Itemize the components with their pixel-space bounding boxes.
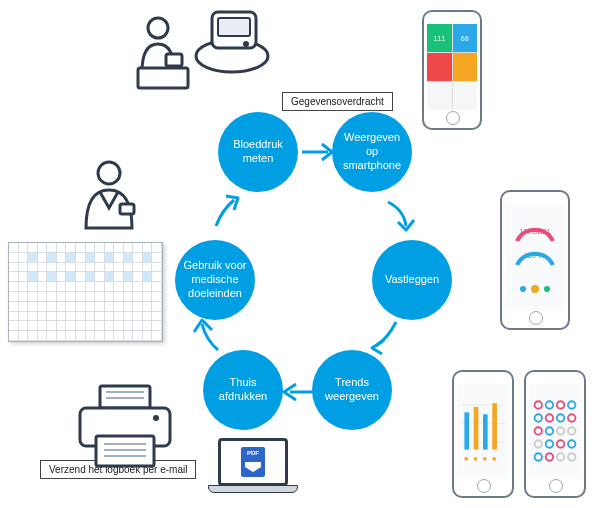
svg-point-38 xyxy=(546,453,553,460)
phone-dashboard: 111 68 xyxy=(422,10,482,130)
svg-rect-13 xyxy=(464,412,469,449)
svg-point-28 xyxy=(568,414,575,421)
svg-point-29 xyxy=(535,427,542,434)
pdf-label: PDF xyxy=(247,450,259,456)
svg-rect-16 xyxy=(492,403,497,449)
svg-point-25 xyxy=(535,414,542,421)
arrow-5 xyxy=(190,316,230,360)
phone-trends-bars-screen xyxy=(457,384,509,478)
bp-monitor-icon xyxy=(190,6,274,80)
svg-point-36 xyxy=(568,440,575,447)
laptop-icon: PDF xyxy=(208,438,298,503)
svg-point-47 xyxy=(153,415,159,421)
node-trends: Trends weergeven xyxy=(312,350,392,430)
label-transfer-text: Gegevensoverdracht xyxy=(291,96,384,107)
svg-point-35 xyxy=(557,440,564,447)
svg-point-0 xyxy=(148,18,168,38)
svg-point-23 xyxy=(557,401,564,408)
tile-red xyxy=(427,53,452,81)
svg-point-17 xyxy=(464,457,468,461)
svg-rect-42 xyxy=(120,204,134,214)
arrow-2 xyxy=(378,196,418,240)
phone-detail-screen: 137.82.81 126 79 xyxy=(505,204,565,310)
arrow-1 xyxy=(298,132,338,176)
spreadsheet-icon xyxy=(8,242,163,342)
printer-icon xyxy=(70,382,180,472)
svg-point-24 xyxy=(568,401,575,408)
svg-point-20 xyxy=(492,457,496,461)
node-record: Vastleggen xyxy=(372,240,452,320)
svg-point-6 xyxy=(243,41,249,47)
phone-calendar xyxy=(524,370,586,498)
phone-dashboard-screen: 111 68 xyxy=(427,24,477,110)
node-display-label: Weergeven op smartphone xyxy=(338,131,406,172)
node-measure: Bloeddruk meten xyxy=(218,112,298,192)
arrow-4 xyxy=(278,372,318,416)
node-medical: Gebruik voor medische doeleinden xyxy=(175,240,255,320)
svg-point-41 xyxy=(98,162,120,184)
svg-point-31 xyxy=(557,427,564,434)
phone-detail: 137.82.81 126 79 xyxy=(500,190,570,330)
svg-rect-5 xyxy=(218,18,250,36)
node-display: Weergeven op smartphone xyxy=(332,112,412,192)
svg-point-27 xyxy=(557,414,564,421)
phone2-reading-top: 137.82.81 xyxy=(505,228,565,235)
doctor-icon xyxy=(72,158,146,246)
tile-gray1 xyxy=(427,82,452,110)
node-record-label: Vastleggen xyxy=(385,273,439,287)
svg-point-7 xyxy=(531,285,539,293)
svg-point-8 xyxy=(520,286,526,292)
svg-point-19 xyxy=(483,457,487,461)
svg-point-30 xyxy=(546,427,553,434)
phone2-reading-bottom: 126 79 xyxy=(505,252,565,259)
node-print: Thuis afdrukken xyxy=(203,350,283,430)
node-trends-label: Trends weergeven xyxy=(318,376,386,404)
tile-green: 111 xyxy=(427,24,452,52)
svg-point-18 xyxy=(474,457,478,461)
svg-rect-2 xyxy=(138,68,188,88)
svg-point-37 xyxy=(535,453,542,460)
label-transfer: Gegevensoverdracht xyxy=(282,92,393,111)
tile-blue: 68 xyxy=(453,24,478,52)
phone-calendar-screen xyxy=(529,384,581,478)
phone-trends-bars xyxy=(452,370,514,498)
arrow-3 xyxy=(366,316,406,360)
svg-point-40 xyxy=(568,453,575,460)
svg-point-21 xyxy=(535,401,542,408)
tile-orange xyxy=(453,53,478,81)
tile-gray2 xyxy=(453,82,478,110)
svg-point-26 xyxy=(546,414,553,421)
svg-point-34 xyxy=(546,440,553,447)
svg-point-39 xyxy=(557,453,564,460)
svg-point-22 xyxy=(546,401,553,408)
node-measure-label: Bloeddruk meten xyxy=(224,138,292,166)
svg-point-9 xyxy=(544,286,550,292)
svg-point-32 xyxy=(568,427,575,434)
pdf-icon: PDF xyxy=(241,447,265,477)
arrow-6 xyxy=(206,192,246,236)
node-medical-label: Gebruik voor medische doeleinden xyxy=(181,259,249,300)
svg-rect-1 xyxy=(166,54,182,66)
svg-rect-14 xyxy=(474,407,479,450)
svg-point-33 xyxy=(535,440,542,447)
node-print-label: Thuis afdrukken xyxy=(209,376,277,404)
svg-rect-15 xyxy=(483,414,488,449)
